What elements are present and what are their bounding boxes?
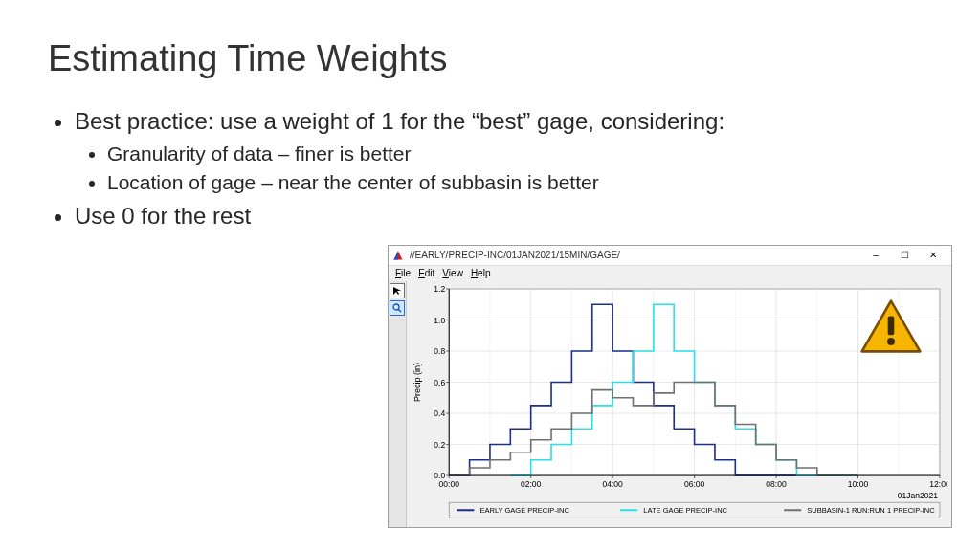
svg-text:0.8: 0.8	[434, 346, 445, 356]
menu-file[interactable]: File	[392, 268, 413, 278]
svg-text:04:00: 04:00	[602, 479, 623, 489]
warning-icon	[859, 298, 923, 354]
window-titlebar[interactable]: //EARLY/PRECIP-INC/01JAN2021/15MIN/GAGE/…	[389, 246, 951, 266]
menu-edit[interactable]: Edit	[415, 268, 437, 278]
bullet-2: Use 0 for the rest	[75, 201, 932, 231]
svg-text:06:00: 06:00	[684, 479, 705, 489]
page-title: Estimating Time Weights	[48, 38, 932, 79]
close-button[interactable]: ✕	[919, 247, 947, 264]
svg-line-4	[398, 309, 401, 312]
plot-window: //EARLY/PRECIP-INC/01JAN2021/15MIN/GAGE/…	[388, 245, 952, 528]
zoom-tool[interactable]	[390, 300, 405, 316]
svg-text:00:00: 00:00	[439, 479, 460, 489]
menu-help[interactable]: Help	[468, 268, 494, 278]
svg-text:02:00: 02:00	[521, 479, 542, 489]
bullet-1: Best practice: use a weight of 1 for the…	[75, 106, 932, 195]
menu-view[interactable]: View	[439, 268, 466, 278]
bullet-1a: Granularity of data – finer is better	[107, 141, 932, 166]
svg-text:10:00: 10:00	[848, 479, 869, 489]
svg-point-3	[393, 304, 399, 310]
svg-text:1.0: 1.0	[434, 315, 445, 324]
window-title: //EARLY/PRECIP-INC/01JAN2021/15MIN/GAGE/	[410, 250, 856, 260]
pointer-tool[interactable]	[390, 283, 405, 298]
svg-text:0.2: 0.2	[434, 439, 445, 449]
menubar: File Edit View Help	[389, 266, 951, 281]
svg-text:1.2: 1.2	[434, 284, 445, 294]
minimize-button[interactable]: –	[861, 247, 890, 264]
svg-text:08:00: 08:00	[766, 479, 787, 489]
svg-text:SUBBASIN-1 RUN:RUN 1 PRECIP-IN: SUBBASIN-1 RUN:RUN 1 PRECIP-INC	[807, 506, 935, 515]
svg-text:01Jan2021: 01Jan2021	[898, 491, 938, 500]
svg-text:0.4: 0.4	[434, 408, 445, 418]
bullet-list: Best practice: use a weight of 1 for the…	[48, 106, 932, 231]
svg-text:Precip (in): Precip (in)	[412, 363, 422, 402]
svg-text:LATE GAGE PRECIP-INC: LATE GAGE PRECIP-INC	[643, 506, 727, 515]
plot-area[interactable]: 0.00.20.40.60.81.01.200:0002:0004:0006:0…	[407, 281, 951, 527]
svg-marker-2	[393, 287, 401, 295]
svg-marker-1	[394, 251, 399, 259]
toolstrip	[389, 281, 407, 527]
svg-text:12:00: 12:00	[929, 479, 947, 489]
bullet-1b: Location of gage – near the center of su…	[107, 169, 932, 195]
svg-rect-66	[888, 316, 895, 335]
svg-text:0.6: 0.6	[434, 377, 445, 386]
svg-text:EARLY GAGE PRECIP-INC: EARLY GAGE PRECIP-INC	[479, 506, 569, 515]
bullet-1-text: Best practice: use a weight of 1 for the…	[75, 108, 724, 134]
maximize-button[interactable]: ☐	[890, 247, 919, 264]
app-icon	[392, 250, 404, 261]
svg-point-67	[887, 338, 895, 345]
